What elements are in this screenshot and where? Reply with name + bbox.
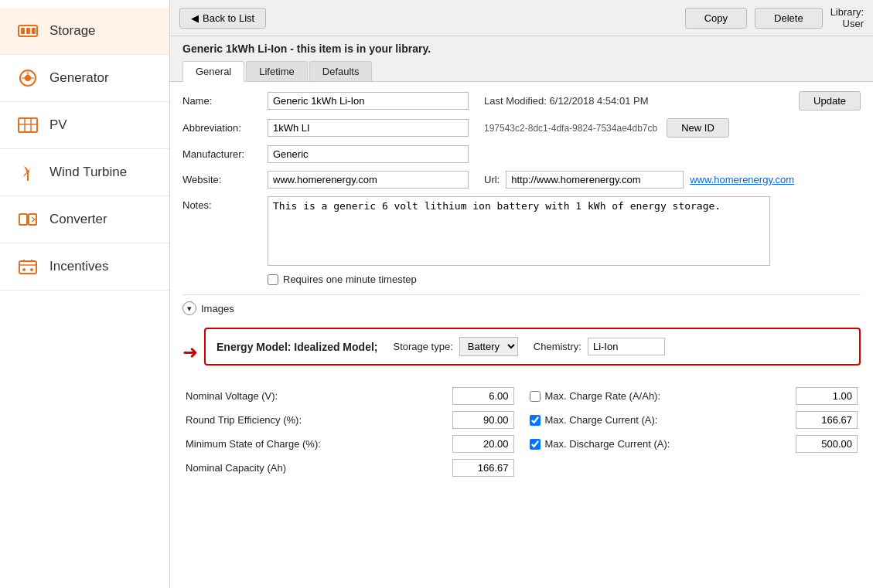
back-to-list-button[interactable]: ◀ Back to List <box>179 8 266 29</box>
sidebar-label-generator: Generator <box>49 70 109 86</box>
sidebar-label-converter: Converter <box>49 212 107 227</box>
sidebar-label-wind-turbine: Wind Turbine <box>49 165 127 180</box>
sidebar-label-storage: Storage <box>49 23 96 39</box>
svg-point-17 <box>30 268 33 271</box>
storage-type-select[interactable]: Battery <box>459 337 518 356</box>
sidebar-item-pv[interactable]: PV <box>0 102 169 149</box>
empty-row <box>530 459 858 477</box>
storage-type-label: Storage type: <box>393 341 452 352</box>
storage-type-row: Storage type: Battery <box>393 337 517 356</box>
nominal-capacity-label: Nominal Capacity (Ah) <box>186 462 448 474</box>
svg-rect-1 <box>21 28 25 34</box>
svg-rect-3 <box>32 28 36 34</box>
new-id-button[interactable]: New ID <box>667 118 729 138</box>
chemistry-label: Chemistry: <box>534 341 581 352</box>
manufacturer-input[interactable] <box>268 145 469 163</box>
nominal-voltage-label: Nominal Voltage (V): <box>186 390 448 402</box>
tabs-container: General Lifetime Defaults <box>170 61 873 82</box>
max-discharge-checkbox[interactable] <box>530 439 541 450</box>
svg-rect-2 <box>26 28 30 34</box>
back-label: Back to List <box>203 12 254 24</box>
abbreviation-input[interactable] <box>268 119 469 137</box>
notes-textarea[interactable]: This is a generic 6 volt lithium ion bat… <box>268 196 770 266</box>
delete-button[interactable]: Delete <box>755 8 823 29</box>
sidebar-item-storage[interactable]: Storage <box>0 8 169 55</box>
svg-rect-15 <box>19 261 36 274</box>
parameters-section: Nominal Voltage (V): Max. Charge Rate (A… <box>182 387 861 477</box>
abbreviation-row: Abbreviation: 197543c2-8dc1-4dfa-9824-75… <box>182 118 861 138</box>
min-state-row: Minimum State of Charge (%): <box>186 435 514 453</box>
chemistry-row: Chemistry: <box>534 338 665 355</box>
max-charge-current-row: Max. Charge Current (A): <box>530 411 858 429</box>
max-charge-rate-input[interactable] <box>796 387 858 405</box>
sidebar-item-generator[interactable]: Generator <box>0 55 169 102</box>
nominal-capacity-row: Nominal Capacity (Ah) <box>186 459 514 477</box>
nominal-capacity-input[interactable] <box>452 459 514 477</box>
incentives-icon <box>15 254 40 279</box>
round-trip-row: Round Trip Efficiency (%): <box>186 411 514 429</box>
min-state-input[interactable] <box>452 435 514 453</box>
last-modified-text: Last Modified: 6/12/2018 4:54:01 PM <box>484 95 799 107</box>
name-label: Name: <box>182 95 268 107</box>
item-header: Generic 1kWh Li-Ion - this item is in yo… <box>170 36 873 61</box>
notes-label: Notes: <box>182 196 268 211</box>
library-label: Library: User <box>830 6 864 29</box>
max-charge-rate-row: Max. Charge Rate (A/Ah): <box>530 387 858 405</box>
max-discharge-label: Max. Discharge Current (A): <box>545 438 792 450</box>
sidebar: Storage Generator <box>0 0 170 588</box>
copy-button[interactable]: Copy <box>685 8 747 29</box>
abbreviation-label: Abbreviation: <box>182 122 268 134</box>
energy-model-wrapper: ➜ Energy Model: Idealized Model; Storage… <box>182 328 861 376</box>
timestep-label: Requires one minute timestep <box>283 274 417 285</box>
url-label: Url: <box>484 174 500 185</box>
website-row: Website: Url: www.homerenergy.com <box>182 171 861 189</box>
back-arrow-icon: ◀ <box>191 12 199 24</box>
sidebar-label-pv: PV <box>49 117 67 133</box>
tab-general[interactable]: General <box>182 61 244 82</box>
timestep-checkbox[interactable] <box>268 274 278 285</box>
converter-icon <box>15 207 40 232</box>
checkbox-row: Requires one minute timestep <box>182 274 861 285</box>
website-input[interactable] <box>268 171 469 189</box>
update-button[interactable]: Update <box>799 91 861 110</box>
svg-rect-12 <box>19 214 27 225</box>
sidebar-label-incentives: Incentives <box>49 259 109 274</box>
chemistry-input[interactable] <box>588 338 665 355</box>
max-charge-current-checkbox[interactable] <box>530 415 541 426</box>
nominal-voltage-input[interactable] <box>452 387 514 405</box>
round-trip-label: Round Trip Efficiency (%): <box>186 414 448 426</box>
nominal-voltage-row: Nominal Voltage (V): <box>186 387 514 405</box>
url-link[interactable]: www.homerenergy.com <box>690 174 794 185</box>
storage-icon <box>15 19 40 43</box>
max-charge-rate-checkbox[interactable] <box>530 391 541 402</box>
max-discharge-input[interactable] <box>796 435 858 453</box>
energy-model-section: Energy Model: Idealized Model; Storage t… <box>204 328 861 365</box>
energy-model-label: Energy Model: Idealized Model; <box>217 341 377 353</box>
images-chevron-icon: ▾ <box>182 301 196 315</box>
tab-lifetime[interactable]: Lifetime <box>246 61 308 81</box>
manufacturer-row: Manufacturer: <box>182 145 861 163</box>
min-state-label: Minimum State of Charge (%): <box>186 438 448 450</box>
images-label: Images <box>201 303 234 314</box>
url-input[interactable] <box>506 171 684 189</box>
id-text: 197543c2-8dc1-4dfa-9824-7534ae4db7cb <box>484 123 657 134</box>
generator-icon <box>15 66 40 90</box>
images-section: ▾ Images <box>182 294 861 318</box>
notes-row: Notes: This is a generic 6 volt lithium … <box>182 196 861 266</box>
website-label: Website: <box>182 174 268 185</box>
sidebar-item-incentives[interactable]: Incentives <box>0 243 169 291</box>
manufacturer-label: Manufacturer: <box>182 148 268 160</box>
images-toggle[interactable]: ▾ Images <box>182 301 234 315</box>
name-input[interactable] <box>268 92 469 110</box>
svg-point-16 <box>22 268 26 271</box>
form-area: Name: Last Modified: 6/12/2018 4:54:01 P… <box>170 82 873 588</box>
sidebar-item-wind-turbine[interactable]: Wind Turbine <box>0 149 169 196</box>
max-charge-rate-label: Max. Charge Rate (A/Ah): <box>545 390 792 402</box>
round-trip-input[interactable] <box>452 411 514 429</box>
svg-rect-6 <box>19 118 37 132</box>
name-row: Name: Last Modified: 6/12/2018 4:54:01 P… <box>182 91 861 110</box>
pv-icon <box>15 113 40 138</box>
max-charge-current-input[interactable] <box>796 411 858 429</box>
tab-defaults[interactable]: Defaults <box>309 61 373 81</box>
sidebar-item-converter[interactable]: Converter <box>0 196 169 243</box>
